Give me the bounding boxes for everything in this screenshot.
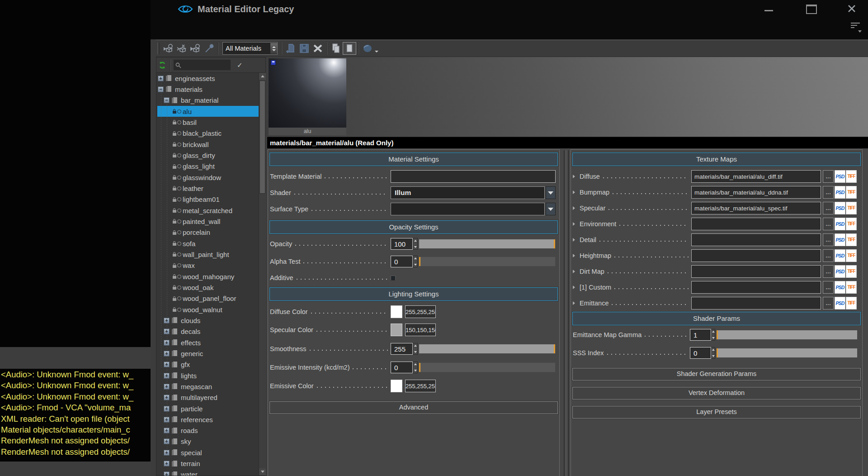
rollup-layer-presets[interactable]: Layer Presets — [572, 406, 861, 419]
open-tiff-button[interactable]: TIFF — [846, 281, 857, 294]
maximize-button[interactable] — [806, 5, 817, 14]
tree-item-gfx[interactable]: +gfx — [157, 359, 259, 370]
get-material-from-selection-button[interactable] — [189, 42, 203, 55]
close-button[interactable] — [847, 4, 857, 14]
reset-material-on-selection-button[interactable] — [175, 42, 189, 55]
tree-item-painted_wall[interactable]: painted_wall — [157, 216, 259, 227]
browse-button[interactable]: ... — [823, 170, 834, 183]
open-tiff-button[interactable]: TIFF — [846, 297, 857, 309]
expand-arrow-icon[interactable] — [573, 270, 577, 273]
tree-item-special[interactable]: +special — [157, 447, 259, 458]
open-psd-button[interactable]: PSD — [835, 233, 845, 246]
smoothness-value-field[interactable]: 255 — [391, 343, 413, 355]
tree-item-materials[interactable]: −materials — [157, 84, 259, 95]
preview-sphere-dropdown-icon[interactable] — [375, 51, 378, 52]
tree-item-megascan[interactable]: +megascan — [157, 381, 259, 392]
texture-path-input[interactable] — [691, 281, 821, 294]
tree-item-clouds[interactable]: +clouds — [157, 315, 259, 326]
browse-button[interactable]: ... — [823, 233, 834, 246]
save-material-button[interactable] — [297, 42, 311, 55]
texture-path-input[interactable]: materials/bar_material/alu_diff.tif — [691, 170, 821, 183]
diffuse-color-value[interactable]: 255,255,255 — [405, 305, 436, 318]
browse-button[interactable]: ... — [823, 218, 834, 230]
open-psd-button[interactable]: PSD — [835, 170, 845, 183]
open-tiff-button[interactable]: TIFF — [846, 218, 857, 230]
tree-item-decals[interactable]: +decals — [157, 326, 259, 337]
material-filter-dropdown[interactable]: All Materials — [222, 42, 278, 55]
filter-check-icon[interactable]: ✓ — [237, 61, 243, 69]
expand-arrow-icon[interactable] — [573, 175, 577, 178]
smoothness-spinner[interactable] — [413, 343, 418, 355]
tree-item-metal_scratched[interactable]: metal_scratched — [157, 205, 259, 216]
tree-item-porcelain[interactable]: porcelain — [157, 227, 259, 238]
browse-button[interactable]: ... — [823, 249, 834, 262]
section-header-shader-params[interactable]: Shader Params — [572, 312, 861, 325]
expand-arrow-icon[interactable] — [573, 190, 577, 194]
alpha-test-slider[interactable] — [419, 257, 556, 267]
texture-path-input[interactable] — [691, 249, 821, 262]
pick-material-eyedropper-icon[interactable] — [203, 42, 216, 55]
tree-item-glasswindow[interactable]: glasswindow — [157, 172, 259, 183]
shader-dropdown[interactable]: Illum — [391, 186, 545, 199]
open-psd-button[interactable]: PSD — [835, 186, 845, 199]
minimize-button[interactable] — [764, 10, 773, 11]
rollup-vertex-deformation[interactable]: Vertex Deformation — [572, 387, 861, 400]
specular-color-value[interactable]: 150,150,150 — [405, 324, 436, 336]
expand-arrow-icon[interactable] — [573, 286, 577, 289]
shader-param-slider[interactable] — [716, 348, 858, 358]
browse-button[interactable]: ... — [823, 281, 834, 294]
tree-item-wax[interactable]: wax — [157, 260, 259, 271]
tree-item-wood_panel_floor[interactable]: wood_panel_floor — [157, 293, 259, 304]
shader-param-value-field[interactable]: 1 — [690, 329, 711, 341]
alpha-test-spinner[interactable] — [413, 256, 418, 267]
texture-path-input[interactable] — [691, 297, 821, 309]
rollup-shader-generation-params[interactable]: Shader Generation Params — [572, 368, 861, 381]
browse-button[interactable]: ... — [823, 202, 834, 214]
tree-item-black_plastic[interactable]: black_plastic — [157, 128, 259, 139]
filter-spinner-icon[interactable] — [270, 43, 277, 54]
emissive-intensity-spinner[interactable] — [413, 362, 418, 373]
section-header-material-settings[interactable]: Material Settings — [269, 152, 558, 166]
tree-item-references[interactable]: +references — [157, 414, 259, 425]
expand-arrow-icon[interactable] — [573, 238, 577, 242]
search-input[interactable] — [174, 60, 231, 70]
opacity-value-field[interactable]: 100 — [391, 238, 413, 250]
section-header-lighting-settings[interactable]: Lighting Settings — [269, 287, 558, 301]
open-psd-button[interactable]: PSD — [835, 297, 845, 309]
preview-sphere-button[interactable] — [361, 42, 374, 55]
tree-item-multilayered[interactable]: +multilayered — [157, 392, 259, 403]
section-header-opacity-settings[interactable]: Opacity Settings — [269, 220, 558, 234]
open-tiff-button[interactable]: TIFF — [846, 265, 857, 278]
assign-material-to-selection-button[interactable] — [162, 42, 175, 55]
open-tiff-button[interactable]: TIFF — [846, 233, 857, 246]
tree-item-lights[interactable]: +lights — [157, 370, 259, 381]
shader-param-spinner[interactable] — [711, 347, 715, 359]
scroll-up-button[interactable] — [259, 73, 266, 80]
browse-button[interactable]: ... — [823, 265, 834, 278]
tree-item-wood_mahogany[interactable]: wood_mahogany — [157, 271, 259, 282]
open-psd-button[interactable]: PSD — [835, 249, 845, 262]
shader-param-spinner[interactable] — [711, 329, 715, 341]
shader-param-slider[interactable] — [716, 330, 858, 340]
texture-path-input[interactable] — [691, 265, 821, 278]
copy-material-button[interactable] — [329, 42, 343, 55]
browse-button[interactable]: ... — [823, 297, 834, 309]
template-material-input[interactable] — [391, 170, 556, 183]
expand-plus-icon[interactable]: + — [164, 461, 170, 466]
opacity-slider[interactable] — [419, 239, 556, 249]
tree-item-glass_dirty[interactable]: glass_dirty — [157, 150, 259, 161]
tree-item-wood_walnut[interactable]: wood_walnut — [157, 304, 259, 315]
tree-item-sky[interactable]: +sky — [157, 436, 259, 447]
open-psd-button[interactable]: PSD — [835, 265, 845, 278]
open-tiff-button[interactable]: TIFF — [846, 202, 857, 214]
tree-scrollbar[interactable] — [259, 73, 266, 476]
tree-item-effects[interactable]: +effects — [157, 337, 259, 348]
tree-item-brickwall[interactable]: brickwall — [157, 139, 259, 150]
tree-item-roads[interactable]: +roads — [157, 425, 259, 436]
open-psd-button[interactable]: PSD — [835, 202, 845, 214]
browse-button[interactable]: ... — [823, 186, 834, 199]
tree-item-generic[interactable]: +generic — [157, 348, 259, 359]
section-header-texture-maps[interactable]: Texture Maps — [572, 152, 861, 166]
toolbar-grip[interactable] — [157, 43, 160, 54]
smoothness-slider[interactable] — [419, 344, 556, 354]
